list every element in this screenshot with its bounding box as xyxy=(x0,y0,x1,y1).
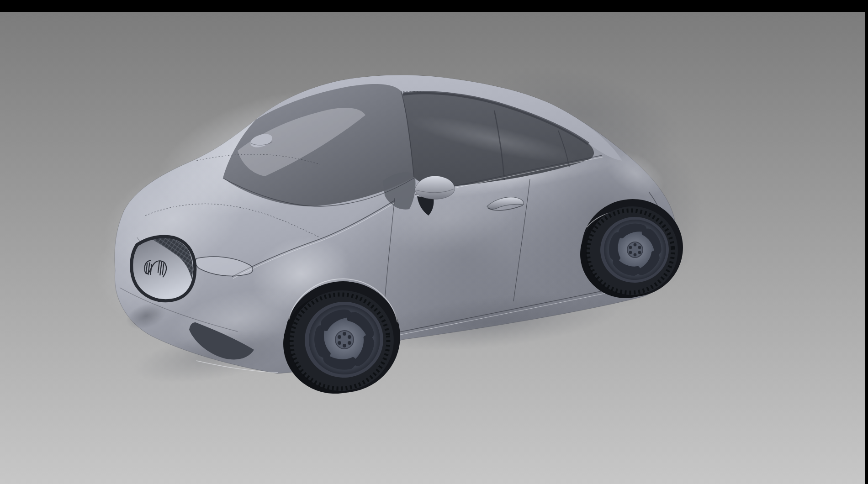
application-window xyxy=(0,0,868,484)
front-grille xyxy=(132,237,195,301)
car-model[interactable] xyxy=(86,48,704,400)
3d-viewport[interactable] xyxy=(0,12,865,484)
viewport-canvas[interactable] xyxy=(0,12,865,484)
letterbox-right-bar xyxy=(865,0,868,484)
letterbox-top-bar xyxy=(0,0,868,12)
